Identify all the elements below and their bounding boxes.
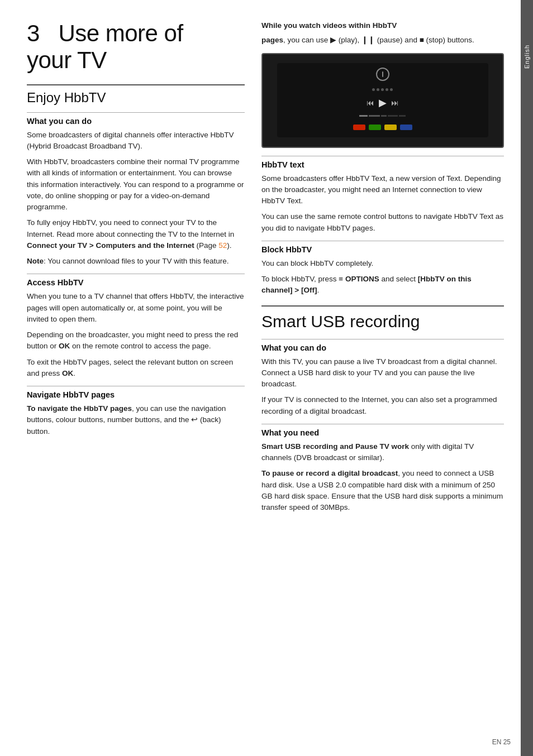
- access-p3-end: .: [73, 369, 75, 377]
- pages-bold: pages: [261, 36, 283, 44]
- while-watch-p1: pages, you can use ▶ (play), ❙❙ (pause) …: [261, 35, 504, 46]
- tv-image: ⏮ ▶ ⏭: [261, 53, 504, 148]
- main-content: 3 Use more of your TV Enjoy HbbTV What y…: [0, 0, 521, 756]
- block-hbbtv-p1: You can block HbbTV completely.: [261, 258, 504, 269]
- smart-usb-bold: Smart USB recording and Pause TV work: [261, 442, 409, 451]
- access-hbbtv-title: Access HbbTV: [27, 274, 245, 287]
- dot1: [372, 88, 375, 91]
- page-prefix: EN: [492, 738, 502, 746]
- green-btn: [369, 125, 381, 130]
- dot4: [386, 88, 388, 91]
- tv-screen: ⏮ ▶ ⏭: [277, 63, 488, 137]
- navigate-hbbtv-title: Navigate HbbTV pages: [27, 386, 245, 399]
- right-column: While you watch videos within HbbTV page…: [261, 20, 504, 736]
- navigate-hbbtv-p1: To navigate the HbbTV pages, you can use…: [27, 403, 245, 437]
- access-p3-text: To exit the HbbTV pages, select the rele…: [27, 358, 233, 377]
- ok-bold2: OK: [62, 369, 73, 377]
- prog-seg1: [359, 115, 368, 117]
- right-sidebar: English: [521, 0, 533, 756]
- what-you-can-do-p1: Some broadcasters of digital channels of…: [27, 130, 245, 152]
- dot2: [377, 88, 379, 91]
- power-button-icon: [376, 68, 389, 81]
- ffwd-icon: ⏭: [391, 98, 399, 107]
- tv-dots: [372, 88, 393, 91]
- dot3: [381, 88, 384, 91]
- access-hbbtv-p3: To exit the HbbTV pages, select the rele…: [27, 357, 245, 380]
- page-label: (Page: [194, 241, 219, 250]
- p3-close: ).: [227, 241, 231, 250]
- what-you-can-do-p3: To fully enjoy HbbTV, you need to connec…: [27, 217, 245, 251]
- note-content: : You cannot download files to your TV w…: [44, 257, 229, 265]
- page-number-link: 52: [218, 241, 227, 250]
- page-wrapper: 3 Use more of your TV Enjoy HbbTV What y…: [0, 0, 533, 756]
- dot5: [390, 88, 393, 91]
- smart-what-you-can-do-title: What you can do: [261, 339, 504, 352]
- power-icon-inner: [382, 71, 383, 77]
- prog-seg5: [399, 115, 406, 117]
- pause-record-bold: To pause or record a digital broadcast: [261, 469, 398, 477]
- red-btn: [353, 125, 365, 130]
- what-you-need-p2: To pause or record a digital broadcast, …: [261, 468, 504, 513]
- ok-bold: OK: [59, 342, 70, 350]
- access-p2-end: on the remote control to access the page…: [70, 342, 211, 350]
- back-arrow: ↩: [191, 415, 198, 424]
- what-you-can-do-p2: With HbbTV, broadcasters combine their n…: [27, 156, 245, 213]
- what-you-need-p1: Smart USB recording and Pause TV work on…: [261, 441, 504, 464]
- block-p2-text: To block HbbTV, press: [261, 275, 339, 283]
- block-p2-end: and select: [379, 275, 418, 283]
- sidebar-language-label: English: [524, 45, 530, 69]
- connect-tv-bold: Connect your TV > Computers and the Inte…: [27, 241, 194, 250]
- prog-seg4: [388, 115, 398, 117]
- access-hbbtv-p2: Depending on the broadcaster, you might …: [27, 329, 245, 352]
- hbbtv-text-p2: You can use the same remote control butt…: [261, 211, 504, 234]
- options-bold: OPTIONS: [343, 275, 379, 283]
- block-hbbtv-title: Block HbbTV: [261, 241, 504, 254]
- chapter-number: 3: [27, 20, 40, 46]
- while-watch-bold: While you watch videos within HbbTV: [261, 21, 397, 30]
- access-hbbtv-p1: When you tune to a TV channel that offer…: [27, 291, 245, 325]
- left-column: 3 Use more of your TV Enjoy HbbTV What y…: [27, 20, 245, 736]
- what-you-need-title: What you need: [261, 424, 504, 437]
- smart-what-p1: With this TV, you can pause a live TV br…: [261, 356, 504, 390]
- while-watch-text: , you can use ▶ (play), ❙❙ (pause) and ■…: [283, 36, 474, 44]
- smart-what-p2: If your TV is connected to the Internet,…: [261, 394, 504, 417]
- chapter-title: 3 Use more of your TV: [27, 20, 245, 74]
- color-buttons: [353, 125, 412, 130]
- play-icon: ▶: [379, 97, 387, 109]
- block-hbbtv-p2: To block HbbTV, press ≡ OPTIONS and sele…: [261, 274, 504, 296]
- prog-seg3: [381, 115, 387, 117]
- prog-seg2: [369, 115, 380, 117]
- while-watch-title: While you watch videos within HbbTV: [261, 20, 504, 31]
- page-number-area: EN 25: [492, 738, 511, 746]
- tv-progress: [359, 115, 406, 117]
- block-p2-end2: .: [317, 286, 319, 294]
- p3-text: To fully enjoy HbbTV, you need to connec…: [27, 218, 234, 238]
- tv-controls: ⏮ ▶ ⏭: [367, 97, 399, 109]
- rewind-icon: ⏮: [367, 98, 374, 107]
- hbbtv-text-title: HbbTV text: [261, 156, 504, 169]
- chapter-title-line1: Use more of: [58, 20, 183, 46]
- smart-usb-title: Smart USB recording: [261, 305, 504, 331]
- note-label: Note: [27, 257, 44, 265]
- chapter-title-line2: your TV: [27, 47, 107, 73]
- note-text: Note: You cannot download files to your …: [27, 256, 245, 267]
- what-you-can-do-title: What you can do: [27, 112, 245, 126]
- page-number: 25: [503, 738, 511, 746]
- hbbtv-text-p1: Some broadcasters offer HbbTV Text, a ne…: [261, 173, 504, 207]
- yellow-btn: [384, 125, 397, 130]
- blue-btn: [400, 125, 412, 130]
- enjoy-hbbtv-title: Enjoy HbbTV: [27, 84, 245, 106]
- navigate-bold: To navigate the HbbTV pages: [27, 404, 132, 413]
